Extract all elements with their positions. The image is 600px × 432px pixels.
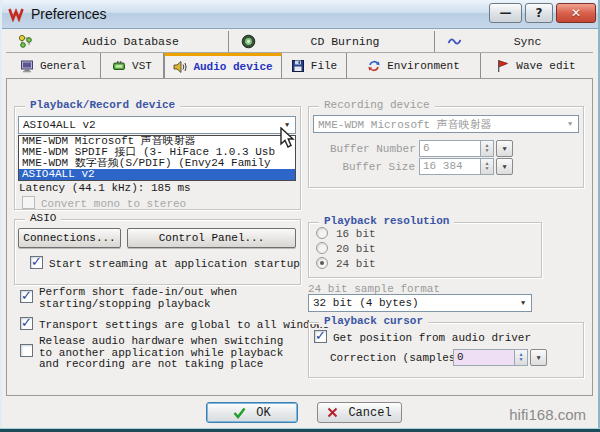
tab-strip-top: Audio Database CD Burning Sync: [6, 31, 593, 53]
group-title: Recording device: [319, 99, 435, 111]
cancel-label: Cancel: [348, 406, 391, 420]
minimize-button[interactable]: —: [489, 3, 522, 23]
buffer-size-spinner[interactable]: 16 384 ▲▼ ▼: [419, 158, 513, 175]
chevron-down-icon[interactable]: ▼: [279, 121, 295, 129]
transport-checkbox[interactable]: [20, 317, 33, 330]
cancel-x-icon: [327, 407, 338, 418]
release-audio-checkbox[interactable]: [20, 344, 33, 357]
fade-checkbox[interactable]: [20, 290, 33, 303]
correction-value: 0: [453, 349, 515, 366]
radio-16-bit[interactable]: [316, 227, 328, 239]
app-logo-icon: [8, 6, 24, 22]
tab-environment[interactable]: Environment: [347, 53, 481, 78]
title-bar[interactable]: Preferences — ? ✕: [0, 0, 600, 29]
playback-device-droplist: MME-WDM Microsoft 声音映射器 MME-WDM SPDIF 接口…: [18, 135, 296, 181]
ok-check-icon: [233, 407, 246, 419]
droplist-option[interactable]: MME-WDM Microsoft 声音映射器: [19, 136, 295, 147]
convert-mono-label: Convert mono to stereo: [41, 198, 186, 210]
tab-file[interactable]: File: [282, 53, 347, 78]
radio-20-bit[interactable]: [316, 242, 328, 254]
get-position-label: Get position from audio driver: [333, 332, 531, 344]
radio-20-bit-label: 20 bit: [336, 243, 376, 255]
tab-wave-edit[interactable]: Wave edit: [481, 53, 591, 78]
correction-spinner[interactable]: 0 ▲▼ ▼: [453, 349, 547, 366]
watermark: hifi168.com: [509, 406, 586, 423]
droplist-option-selected[interactable]: ASIO4ALL v2: [19, 169, 295, 180]
playback-device-combobox[interactable]: ASIO4ALL v2 ▼: [18, 116, 296, 134]
chevron-down-icon[interactable]: ▼: [515, 299, 531, 307]
chevron-down-icon[interactable]: ▼: [496, 140, 513, 157]
tab-label: Wave edit: [516, 60, 575, 72]
fade-label: Perform short fade-in/out when starting/…: [39, 287, 247, 310]
tab-label: General: [40, 60, 86, 72]
spin-up-down-icon[interactable]: ▲▼: [515, 349, 528, 366]
ok-button[interactable]: OK: [206, 402, 298, 423]
buffer-number-label: Buffer Number: [330, 143, 415, 155]
tab-vst[interactable]: VST: [101, 53, 164, 78]
tab-label: Audio Database: [33, 35, 228, 48]
get-position-checkbox[interactable]: [314, 330, 327, 343]
tab-audio-device[interactable]: Audio device: [164, 53, 282, 78]
recording-device-combobox[interactable]: MME-WDM Microsoft 声音映射器 ▼: [313, 115, 579, 133]
chevron-down-icon[interactable]: ▼: [496, 158, 513, 175]
tab-label: Sync: [462, 35, 593, 48]
tab-label: Audio device: [193, 61, 272, 73]
group-title: Playback/Record device: [25, 99, 180, 111]
spin-up-down-icon[interactable]: ▲▼: [481, 158, 494, 175]
spin-up-down-icon[interactable]: ▲▼: [481, 140, 494, 157]
tab-label: CD Burning: [256, 35, 434, 48]
cd-icon: [241, 34, 256, 49]
droplist-option[interactable]: MME-WDM 数字音频(S/PDIF) (Envy24 Family: [19, 158, 295, 169]
tab-label: File: [311, 60, 337, 72]
latency-text: Latency (44.1 kHz): 185 ms: [19, 182, 191, 194]
ok-label: OK: [256, 406, 270, 420]
playback-device-value: ASIO4ALL v2: [19, 119, 279, 131]
refresh-arrows-icon: [367, 59, 381, 73]
sample-format-value: 32 bit (4 bytes): [309, 297, 515, 309]
buffer-size-value: 16 384: [419, 158, 481, 175]
monitor-icon: [20, 59, 34, 73]
correction-label: Correction (samples): [330, 352, 462, 364]
help-button[interactable]: ?: [525, 3, 553, 23]
tab-general[interactable]: General: [6, 53, 101, 78]
close-button[interactable]: ✕: [556, 3, 596, 23]
droplist-option[interactable]: MME-WDM SPDIF 接口 (3- HiFace 1.0.3 Usb: [19, 147, 295, 158]
control-panel-button[interactable]: Control Panel...: [127, 228, 296, 248]
chevron-down-icon[interactable]: ▼: [530, 349, 547, 366]
convert-mono-checkbox[interactable]: [22, 196, 35, 209]
tab-strip-bottom: General VST Audio device File Environmen…: [6, 53, 593, 78]
database-nodes-icon: [18, 34, 33, 49]
tab-audio-database[interactable]: Audio Database: [6, 31, 229, 52]
transport-label: Transport settings are global to all win…: [39, 319, 329, 331]
cancel-button[interactable]: Cancel: [317, 402, 402, 423]
release-audio-label: Release audio hardware when switching to…: [39, 336, 301, 371]
radio-24-bit[interactable]: [316, 257, 328, 269]
tab-label: Environment: [387, 60, 460, 72]
tab-cd-burning[interactable]: CD Burning: [229, 31, 435, 52]
connections-button[interactable]: Connections...: [18, 228, 121, 248]
preferences-dialog: Preferences — ? ✕ Audio Database CD Burn…: [0, 0, 600, 432]
buffer-number-spinner[interactable]: 6 ▲▼ ▼: [419, 140, 513, 157]
speaker-icon: [173, 60, 187, 74]
tab-label: VST: [132, 60, 152, 72]
tab-sync[interactable]: Sync: [435, 31, 593, 52]
chevron-down-icon: ▼: [562, 120, 578, 128]
radio-24-bit-label: 24 bit: [336, 258, 376, 270]
red-flag-icon: [496, 59, 510, 73]
buffer-number-value: 6: [419, 140, 481, 157]
sync-wave-icon: [447, 34, 462, 49]
window-title: Preferences: [31, 6, 106, 22]
group-title: ASIO: [25, 212, 61, 224]
start-streaming-checkbox[interactable]: [30, 256, 43, 269]
group-title: Playback cursor: [319, 315, 428, 327]
radio-16-bit-label: 16 bit: [336, 228, 376, 240]
floppy-icon: [291, 59, 305, 73]
vst-plug-icon: [112, 59, 126, 73]
recording-device-value: MME-WDM Microsoft 声音映射器: [314, 117, 562, 132]
buffer-size-label: Buffer Size: [330, 161, 415, 173]
group-title: Playback resolution: [319, 215, 454, 227]
start-streaming-label: Start streaming at application startup: [49, 258, 300, 270]
sample-format-combobox[interactable]: 32 bit (4 bytes) ▼: [308, 294, 532, 312]
